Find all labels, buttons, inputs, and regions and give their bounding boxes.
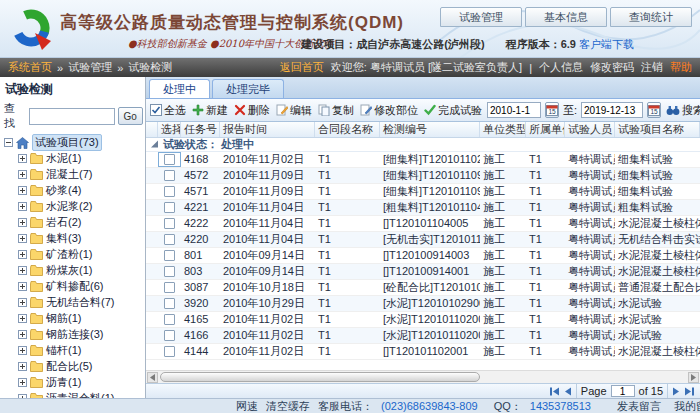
row-checkbox[interactable] bbox=[164, 298, 175, 309]
row-checkbox[interactable] bbox=[164, 186, 175, 197]
finish-test-button[interactable]: 完成试验 bbox=[423, 102, 483, 119]
tree-expand-icon[interactable] bbox=[18, 282, 27, 291]
row-checkbox[interactable] bbox=[164, 346, 175, 357]
tree-item[interactable]: 粉煤灰(1) bbox=[4, 263, 143, 278]
logout-link[interactable]: 注销 bbox=[641, 60, 663, 75]
tree-item[interactable]: 矿渣粉(1) bbox=[4, 247, 143, 262]
column-header-6[interactable]: 所属单位 bbox=[526, 122, 565, 137]
modify-part-button[interactable]: 修改部位 bbox=[359, 102, 419, 119]
tree-expand-icon[interactable] bbox=[18, 346, 27, 355]
row-checkbox[interactable] bbox=[164, 282, 175, 293]
table-row[interactable]: 41682010年11月02日T1[细集料]T120101102001施工T1粤… bbox=[146, 152, 700, 168]
horizontal-scrollbar[interactable] bbox=[146, 370, 700, 383]
table-row[interactable]: 8032010年09月14日T1[]T120100914001施工T1粤特调试员… bbox=[146, 264, 700, 280]
column-header-8[interactable]: 试验项目名称 bbox=[615, 122, 700, 137]
select-all-button[interactable]: 全选 bbox=[149, 102, 187, 119]
row-checkbox[interactable] bbox=[164, 250, 175, 261]
row-checkbox[interactable] bbox=[164, 170, 175, 181]
scroll-left-arrow-icon[interactable] bbox=[147, 372, 158, 383]
table-row[interactable]: 41652010年11月02日T1[水泥]T120101102001施工T1粤特… bbox=[146, 312, 700, 328]
column-header-0[interactable]: 选择 bbox=[158, 122, 181, 137]
first-page-icon[interactable] bbox=[549, 387, 560, 396]
tree-item[interactable]: 砂浆(4) bbox=[4, 183, 143, 198]
column-header-3[interactable]: 合同段名称 bbox=[315, 122, 380, 137]
date-to-input[interactable] bbox=[581, 102, 643, 118]
table-row[interactable]: 30872010年10月18日T1[砼配合比]T120101018001施工T1… bbox=[146, 280, 700, 296]
row-checkbox[interactable] bbox=[164, 266, 175, 277]
date-to-calendar-button[interactable]: 15 bbox=[647, 102, 661, 118]
date-from-calendar-button[interactable]: 15 bbox=[545, 102, 559, 118]
row-checkbox[interactable] bbox=[164, 218, 175, 229]
tree-expand-icon[interactable] bbox=[18, 202, 27, 211]
client-download-link[interactable]: 客户端下载 bbox=[579, 38, 634, 50]
tree-expand-icon[interactable] bbox=[18, 362, 27, 371]
column-header-4[interactable]: 检测编号 bbox=[380, 122, 480, 137]
tree-root[interactable]: 试验项目(73) bbox=[4, 135, 143, 150]
tree-expand-icon[interactable] bbox=[18, 314, 27, 323]
tree-item[interactable]: 矿料掺配(6) bbox=[4, 279, 143, 294]
help-link[interactable]: 帮助 bbox=[670, 60, 692, 75]
table-row[interactable]: 42202010年11月04日T1[无机击实]T120101104001施工T1… bbox=[146, 232, 700, 248]
breadcrumb-home-link[interactable]: 系统首页 bbox=[8, 60, 52, 75]
tree-expand-icon[interactable] bbox=[18, 186, 27, 195]
tree-item[interactable]: 水泥浆(2) bbox=[4, 199, 143, 214]
new-button[interactable]: 新建 bbox=[191, 102, 229, 119]
column-header-2[interactable]: 报告时间 bbox=[220, 122, 315, 137]
nav-tab-2[interactable]: 查询统计 bbox=[610, 7, 692, 27]
column-header-5[interactable]: 单位类型 bbox=[480, 122, 526, 137]
row-checkbox[interactable] bbox=[164, 202, 175, 213]
last-page-icon[interactable] bbox=[684, 387, 695, 396]
search-input[interactable] bbox=[29, 108, 115, 125]
table-row[interactable]: 8012010年09月14日T1[]T120100914003施工T1粤特调试员… bbox=[146, 248, 700, 264]
row-checkbox[interactable] bbox=[164, 154, 175, 165]
tree-item[interactable]: 集料(3) bbox=[4, 231, 143, 246]
scrollbar-thumb[interactable] bbox=[160, 372, 480, 382]
breadcrumb-item-test-management[interactable]: 试验管理 bbox=[68, 60, 112, 75]
tab-processing[interactable]: 处理中 bbox=[149, 79, 210, 98]
tree-item[interactable]: 配合比(5) bbox=[4, 359, 143, 374]
tree-item[interactable]: 混凝土(7) bbox=[4, 167, 143, 182]
tree-item[interactable]: 钢筋连接(3) bbox=[4, 327, 143, 342]
table-row[interactable]: 45722010年11月09日T1[细集料]T120101109003施工T1粤… bbox=[146, 168, 700, 184]
group-row[interactable]: 试验状态： 处理中 bbox=[146, 138, 700, 152]
nav-tab-1[interactable]: 基本信息 bbox=[525, 7, 607, 27]
tree-root-label[interactable]: 试验项目(73) bbox=[32, 134, 102, 151]
nav-tab-0[interactable]: 试验管理 bbox=[440, 7, 522, 27]
tree-item[interactable]: 沥青混合料(1) bbox=[4, 391, 143, 398]
row-checkbox[interactable] bbox=[164, 314, 175, 325]
prev-page-icon[interactable] bbox=[564, 387, 572, 396]
clear-cache-link[interactable]: 清空缓存 bbox=[266, 399, 310, 413]
scroll-right-arrow-icon[interactable] bbox=[688, 372, 699, 383]
edit-button[interactable]: 编辑 bbox=[275, 102, 313, 119]
row-checkbox[interactable] bbox=[164, 330, 175, 341]
tree-expand-icon[interactable] bbox=[18, 170, 27, 179]
back-home-link[interactable]: 返回首页 bbox=[280, 60, 324, 75]
net-speed-link[interactable]: 网速 bbox=[236, 399, 258, 413]
tree-item[interactable]: 钢筋(1) bbox=[4, 311, 143, 326]
table-row[interactable]: 45712010年11月09日T1[细集料]T120101109002施工T1粤… bbox=[146, 184, 700, 200]
tree-expand-icon[interactable] bbox=[18, 154, 27, 163]
tree-collapse-icon[interactable] bbox=[4, 138, 13, 147]
tree-expand-icon[interactable] bbox=[18, 394, 27, 398]
tree-expand-icon[interactable] bbox=[18, 266, 27, 275]
tree-expand-icon[interactable] bbox=[18, 330, 27, 339]
tree-item[interactable]: 岩石(2) bbox=[4, 215, 143, 230]
search-button[interactable]: 搜索 bbox=[665, 102, 700, 119]
change-password-link[interactable]: 修改密码 bbox=[590, 60, 634, 75]
tree-expand-icon[interactable] bbox=[18, 218, 27, 227]
tree-expand-icon[interactable] bbox=[18, 298, 27, 307]
tree-item[interactable]: 沥青(1) bbox=[4, 375, 143, 390]
tab-finished[interactable]: 处理完毕 bbox=[212, 79, 284, 98]
table-row[interactable]: 41442010年11月02日T1[]T120101102001施工T1粤特调试… bbox=[146, 344, 700, 360]
post-message-link[interactable]: 发表留言 bbox=[617, 400, 661, 412]
column-header-7[interactable]: 试验人员 bbox=[565, 122, 615, 137]
table-row[interactable]: 39202010年10月29日T1[水泥]T120101029009施工T1粤特… bbox=[146, 296, 700, 312]
tree-expand-icon[interactable] bbox=[18, 378, 27, 387]
delete-button[interactable]: 删除 bbox=[233, 102, 271, 119]
tree-expand-icon[interactable] bbox=[18, 250, 27, 259]
tree-item[interactable]: 锚杆(1) bbox=[4, 343, 143, 358]
column-header-1[interactable]: 任务号 bbox=[181, 122, 220, 137]
row-checkbox[interactable] bbox=[164, 234, 175, 245]
date-from-input[interactable] bbox=[487, 102, 541, 118]
table-row[interactable]: 42222010年11月04日T1[]T120101104005施工T1粤特调试… bbox=[146, 216, 700, 232]
